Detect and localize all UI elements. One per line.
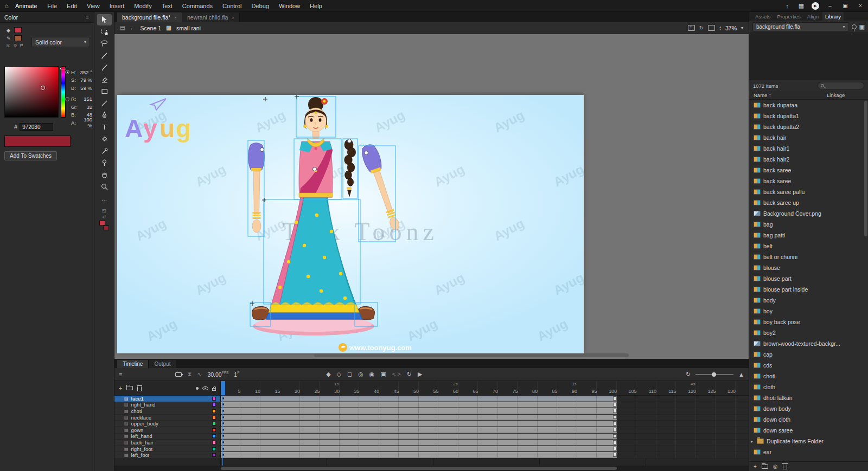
layer-outline-color[interactable]	[212, 428, 216, 432]
frame-span[interactable]	[221, 452, 617, 458]
insert-keyframe-icon[interactable]: ◆	[326, 371, 330, 378]
menu-item[interactable]: Modify	[129, 0, 156, 12]
menu-item[interactable]: File	[42, 0, 62, 12]
frame-span[interactable]	[221, 421, 617, 427]
s-value[interactable]: 79 %	[80, 77, 92, 83]
frame-view-icon[interactable]: ▲	[738, 371, 744, 378]
library-item-name[interactable]: back saree	[763, 178, 791, 184]
panel-tab[interactable]: Properties	[775, 12, 803, 21]
library-search-input[interactable]	[818, 82, 864, 89]
panel-tab[interactable]: Align	[805, 12, 821, 21]
layer-frames[interactable]	[221, 446, 749, 453]
library-item-row[interactable]: ▸Duplicate Items Folder	[749, 436, 868, 447]
menu-item[interactable]: Help	[305, 0, 327, 12]
library-item-row[interactable]: ▸dhoti latkan	[749, 392, 868, 403]
library-item-name[interactable]: blouse part inside	[763, 286, 808, 293]
layer-outline-color[interactable]	[212, 403, 216, 407]
library-item-row[interactable]: ▸down saree	[749, 425, 868, 436]
menu-item[interactable]: Insert	[105, 0, 130, 12]
publish-icon[interactable]: ▶	[808, 0, 822, 12]
hex-input[interactable]: 972030	[20, 123, 53, 131]
playhead-marker[interactable]	[221, 381, 225, 395]
layer-frames[interactable]	[221, 434, 749, 440]
library-item-row[interactable]: ▸cloth	[749, 382, 868, 392]
timeline-zoom-slider[interactable]	[695, 374, 733, 375]
library-item-name[interactable]: back hair1	[763, 145, 789, 152]
layer-name[interactable]: upper_body	[131, 421, 158, 427]
panel-menu-icon[interactable]: ≡	[86, 14, 90, 20]
new-symbol-icon[interactable]: +	[754, 463, 757, 469]
play-icon[interactable]: ▶	[418, 371, 422, 378]
timeline-scroll-thumb[interactable]	[221, 467, 617, 470]
timeline-layer-row[interactable]: ▤upper_body	[114, 421, 749, 427]
layer-outline-color[interactable]	[212, 447, 216, 451]
library-item-row[interactable]: ▸back hair	[749, 132, 868, 143]
layers-icon[interactable]: ≡	[119, 371, 122, 378]
frame-span[interactable]	[221, 446, 617, 452]
swap-colors-icon[interactable]: ⇄	[103, 215, 106, 219]
rectangle-tool[interactable]	[97, 86, 112, 97]
frame-span[interactable]	[221, 440, 617, 446]
onion-skin-icon[interactable]: ◎	[358, 371, 363, 378]
reset-timeline-zoom-icon[interactable]: ↻	[686, 371, 691, 378]
pin-library-icon[interactable]	[852, 24, 857, 29]
library-item-name[interactable]: back dupataa	[763, 102, 797, 108]
timeline-layer-row[interactable]: ▤left_hand	[114, 434, 749, 440]
library-item-name[interactable]: cloth	[763, 384, 775, 390]
layer-outline-color[interactable]	[212, 397, 216, 401]
layer-outline-color[interactable]	[212, 453, 216, 457]
add-to-swatches-button[interactable]: Add To Swatches	[4, 151, 57, 160]
toolbar-color-chips[interactable]	[99, 221, 109, 230]
layer-name[interactable]: right_hand	[131, 402, 156, 408]
layer-outline-color[interactable]	[212, 416, 216, 420]
free-transform-tool[interactable]	[97, 26, 112, 37]
column-linkage[interactable]: Linkage	[827, 92, 845, 98]
layer-name[interactable]: left_hand	[131, 433, 152, 439]
asset-warp-tool[interactable]	[97, 157, 112, 169]
stage[interactable]: Ayug Ayug Ayug Ayug Ayug Ayug Ayug Ayug …	[117, 95, 584, 353]
timeline-ruler[interactable]: 5101520253035404550556065707580859095100…	[221, 381, 749, 395]
library-item-row[interactable]: ▸choti	[749, 371, 868, 382]
library-item-name[interactable]: back hair2	[763, 156, 789, 163]
new-folder-icon[interactable]	[126, 386, 133, 390]
swap-colors-icon[interactable]: ⇄	[20, 43, 23, 48]
eyedropper-tool[interactable]	[97, 145, 112, 157]
library-item-row[interactable]: ▸bag	[749, 219, 868, 230]
canvas-horizontal-scrollbar[interactable]	[314, 353, 629, 357]
menu-item[interactable]: Commands	[177, 0, 218, 12]
frame-span[interactable]	[221, 402, 617, 408]
edit-multiple-frames-icon[interactable]: ▣	[380, 371, 386, 378]
item-properties-icon[interactable]: ◎	[773, 463, 778, 469]
menu-item[interactable]: Window	[274, 0, 305, 12]
library-item-name[interactable]: back saree	[763, 167, 791, 173]
frame-rate[interactable]: 30.00FPS	[207, 371, 228, 378]
layer-name[interactable]: right_foot	[131, 446, 153, 452]
layer-frames[interactable]	[221, 415, 749, 421]
classic-brush-tool[interactable]	[97, 62, 112, 73]
timeline-tab[interactable]: Output	[149, 360, 176, 368]
library-item-name[interactable]: bag patti	[763, 232, 785, 238]
h-value[interactable]: 352 °	[80, 69, 92, 75]
timeline-tab[interactable]: Timeline	[117, 360, 149, 368]
layer-frames[interactable]	[221, 427, 749, 434]
color-style-dropdown[interactable]: Solid color ▾	[31, 37, 90, 47]
default-colors-icon[interactable]: ◱	[7, 43, 11, 48]
library-item-name[interactable]: down body	[763, 405, 791, 412]
library-item-name[interactable]: body	[763, 297, 776, 304]
color-panel-tab[interactable]: Color	[4, 14, 18, 21]
library-item-row[interactable]: ▸boy back pose	[749, 317, 868, 327]
library-item-row[interactable]: ▸back dupataa	[749, 100, 868, 111]
library-item-name[interactable]: ear	[763, 449, 771, 455]
frame-span[interactable]	[221, 396, 617, 402]
layer-frames[interactable]	[221, 396, 749, 402]
frame-span[interactable]	[221, 408, 617, 414]
lasso-tool[interactable]	[97, 38, 112, 49]
library-item-name[interactable]: back dupatta1	[763, 113, 799, 119]
library-item-row[interactable]: ▸back hair2	[749, 154, 868, 165]
saturation-brightness-picker[interactable]	[4, 66, 59, 118]
text-tool[interactable]	[97, 121, 112, 133]
library-item-row[interactable]: ▸boy2	[749, 327, 868, 338]
layer-name[interactable]: left_foot	[131, 452, 150, 458]
fluid-brush-tool[interactable]	[97, 50, 112, 61]
zoom-stepper[interactable]: ▴▾	[719, 25, 721, 31]
